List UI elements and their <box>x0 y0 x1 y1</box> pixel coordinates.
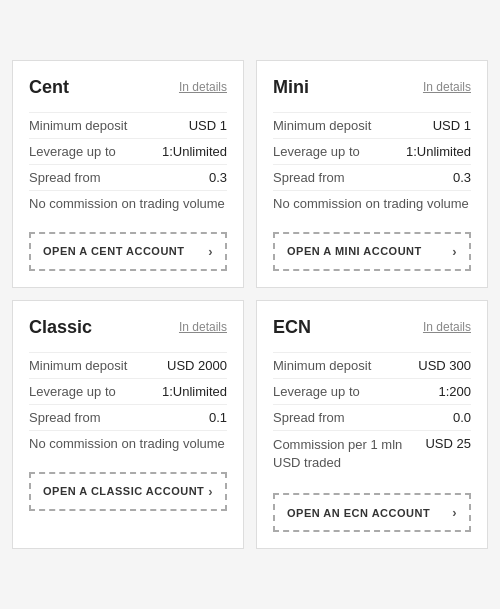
commission-label: Commission per 1 mln USD traded <box>273 436 417 472</box>
card-mini-open-button[interactable]: OPEN A MINI ACCOUNT› <box>273 232 471 271</box>
row-value: 0.1 <box>209 410 227 425</box>
commission-value: USD 25 <box>425 436 471 451</box>
card-classic-note: No commission on trading volume <box>29 430 227 456</box>
row-value: 1:200 <box>438 384 471 399</box>
row-value: USD 1 <box>433 118 471 133</box>
card-cent-header: CentIn details <box>29 77 227 98</box>
row-value: USD 2000 <box>167 358 227 373</box>
row-label: Spread from <box>29 410 201 425</box>
open-button-arrow-icon: › <box>208 244 213 259</box>
card-ecn-details-link[interactable]: In details <box>423 320 471 334</box>
card-mini-row: Leverage up to1:Unlimited <box>273 138 471 164</box>
row-label: Spread from <box>29 170 201 185</box>
row-value: 0.3 <box>453 170 471 185</box>
row-value: 1:Unlimited <box>162 144 227 159</box>
card-ecn-row: Minimum depositUSD 300 <box>273 352 471 378</box>
card-mini: MiniIn detailsMinimum depositUSD 1Levera… <box>256 60 488 288</box>
open-button-label: OPEN AN ECN ACCOUNT <box>287 507 430 519</box>
row-value: 1:Unlimited <box>162 384 227 399</box>
card-classic-row: Leverage up to1:Unlimited <box>29 378 227 404</box>
card-cent-open-button[interactable]: OPEN A CENT ACCOUNT› <box>29 232 227 271</box>
open-button-label: OPEN A CENT ACCOUNT <box>43 245 185 257</box>
card-mini-row: Minimum depositUSD 1 <box>273 112 471 138</box>
card-classic-row: Minimum depositUSD 2000 <box>29 352 227 378</box>
open-button-arrow-icon: › <box>452 505 457 520</box>
card-ecn-commission-row: Commission per 1 mln USD tradedUSD 25 <box>273 430 471 477</box>
account-cards-grid: CentIn detailsMinimum depositUSD 1Levera… <box>12 60 488 549</box>
row-label: Minimum deposit <box>29 358 159 373</box>
card-classic-open-button[interactable]: OPEN A CLASSIC ACCOUNT› <box>29 472 227 511</box>
card-cent: CentIn detailsMinimum depositUSD 1Levera… <box>12 60 244 288</box>
card-classic-title: Classic <box>29 317 92 338</box>
card-mini-row: Spread from0.3 <box>273 164 471 190</box>
open-button-label: OPEN A CLASSIC ACCOUNT <box>43 485 204 497</box>
card-classic-header: ClassicIn details <box>29 317 227 338</box>
card-classic-row: Spread from0.1 <box>29 404 227 430</box>
row-value: USD 300 <box>418 358 471 373</box>
row-label: Leverage up to <box>29 144 154 159</box>
row-label: Spread from <box>273 410 445 425</box>
card-cent-title: Cent <box>29 77 69 98</box>
card-cent-row: Leverage up to1:Unlimited <box>29 138 227 164</box>
card-classic: ClassicIn detailsMinimum depositUSD 2000… <box>12 300 244 549</box>
card-cent-details-link[interactable]: In details <box>179 80 227 94</box>
card-mini-header: MiniIn details <box>273 77 471 98</box>
row-label: Leverage up to <box>273 384 430 399</box>
card-ecn: ECNIn detailsMinimum depositUSD 300Lever… <box>256 300 488 549</box>
row-label: Leverage up to <box>273 144 398 159</box>
row-label: Minimum deposit <box>273 118 425 133</box>
card-mini-note: No commission on trading volume <box>273 190 471 216</box>
row-value: 0.3 <box>209 170 227 185</box>
card-ecn-header: ECNIn details <box>273 317 471 338</box>
card-classic-details-link[interactable]: In details <box>179 320 227 334</box>
card-ecn-row: Leverage up to1:200 <box>273 378 471 404</box>
row-value: USD 1 <box>189 118 227 133</box>
card-cent-note: No commission on trading volume <box>29 190 227 216</box>
row-label: Spread from <box>273 170 445 185</box>
card-ecn-open-button[interactable]: OPEN AN ECN ACCOUNT› <box>273 493 471 532</box>
open-button-label: OPEN A MINI ACCOUNT <box>287 245 422 257</box>
open-button-arrow-icon: › <box>452 244 457 259</box>
open-button-arrow-icon: › <box>208 484 213 499</box>
card-mini-details-link[interactable]: In details <box>423 80 471 94</box>
row-label: Minimum deposit <box>273 358 410 373</box>
row-value: 1:Unlimited <box>406 144 471 159</box>
card-ecn-title: ECN <box>273 317 311 338</box>
row-label: Leverage up to <box>29 384 154 399</box>
card-cent-row: Minimum depositUSD 1 <box>29 112 227 138</box>
card-ecn-row: Spread from0.0 <box>273 404 471 430</box>
card-cent-row: Spread from0.3 <box>29 164 227 190</box>
card-mini-title: Mini <box>273 77 309 98</box>
row-value: 0.0 <box>453 410 471 425</box>
row-label: Minimum deposit <box>29 118 181 133</box>
